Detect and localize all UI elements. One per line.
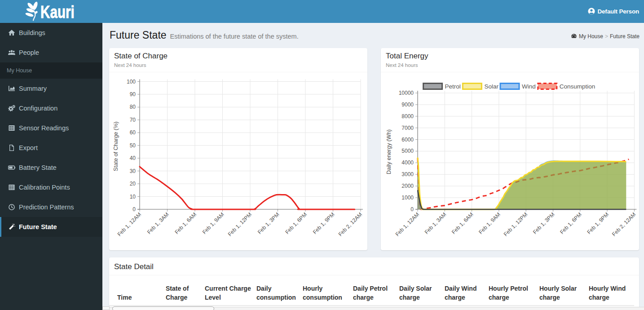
svg-text:60: 60 (130, 129, 136, 136)
svg-text:40: 40 (130, 155, 136, 161)
svg-text:Feb 1, 6AM: Feb 1, 6AM (450, 211, 475, 235)
svg-text:Feb 1, 12AM: Feb 1, 12AM (394, 211, 420, 237)
svg-text:Feb 1, 9PM: Feb 1, 9PM (586, 211, 610, 235)
svg-text:7000: 7000 (401, 125, 414, 131)
svg-text:Feb 1, 12AM: Feb 1, 12AM (116, 211, 142, 237)
svg-text:3000: 3000 (401, 171, 414, 177)
svg-text:Feb 1, 6PM: Feb 1, 6PM (284, 211, 308, 235)
svg-text:Feb 1, 9AM: Feb 1, 9AM (477, 211, 502, 235)
svg-text:Feb 1, 3PM: Feb 1, 3PM (532, 211, 556, 235)
svg-text:10000: 10000 (399, 90, 414, 96)
svg-text:5000: 5000 (401, 148, 414, 154)
svg-text:0: 0 (410, 206, 414, 213)
svg-text:1000: 1000 (401, 195, 414, 201)
svg-text:Kauri: Kauri (40, 2, 75, 22)
svg-text:Wind: Wind (522, 83, 536, 90)
svg-text:Consumption: Consumption (560, 83, 595, 90)
svg-text:Feb 1, 6PM: Feb 1, 6PM (559, 211, 583, 235)
svg-text:Feb 1, 3AM: Feb 1, 3AM (423, 211, 448, 235)
svg-text:Feb 2, 12AM: Feb 2, 12AM (337, 211, 363, 237)
svg-text:Daily energy (Wh): Daily energy (Wh) (386, 129, 392, 174)
svg-text:Feb 1, 12PM: Feb 1, 12PM (503, 211, 529, 237)
svg-text:9000: 9000 (401, 102, 414, 108)
svg-text:Feb 1, 3AM: Feb 1, 3AM (146, 211, 170, 235)
svg-text:Feb 2, 12AM: Feb 2, 12AM (611, 211, 637, 237)
svg-text:State of Charge (%): State of Charge (%) (113, 122, 119, 171)
svg-text:Solar: Solar (484, 83, 498, 90)
svg-text:90: 90 (130, 91, 136, 97)
svg-text:Feb 1, 9AM: Feb 1, 9AM (201, 211, 225, 235)
svg-text:50: 50 (130, 142, 136, 149)
svg-text:2000: 2000 (401, 183, 414, 189)
svg-text:0: 0 (132, 206, 136, 213)
svg-text:8000: 8000 (401, 113, 414, 120)
svg-text:4000: 4000 (401, 159, 414, 166)
svg-text:70: 70 (130, 117, 136, 123)
svg-text:6000: 6000 (401, 137, 414, 143)
svg-text:Feb 1, 6AM: Feb 1, 6AM (173, 211, 198, 235)
svg-text:30: 30 (130, 168, 136, 174)
svg-text:10: 10 (130, 194, 136, 200)
svg-text:80: 80 (130, 104, 136, 110)
svg-text:Petrol: Petrol (445, 83, 461, 90)
svg-text:100: 100 (127, 79, 136, 85)
svg-text:Feb 1, 12PM: Feb 1, 12PM (227, 211, 253, 237)
svg-text:Feb 1, 3PM: Feb 1, 3PM (256, 211, 281, 235)
svg-text:Feb 1, 9PM: Feb 1, 9PM (312, 211, 336, 235)
svg-text:20: 20 (130, 181, 136, 187)
